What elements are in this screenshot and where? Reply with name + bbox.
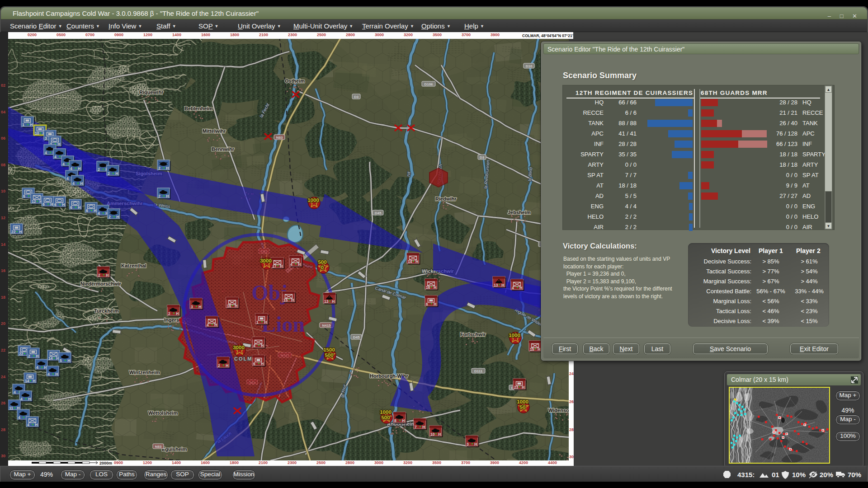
svg-text:2000m: 2000m [99,461,112,465]
